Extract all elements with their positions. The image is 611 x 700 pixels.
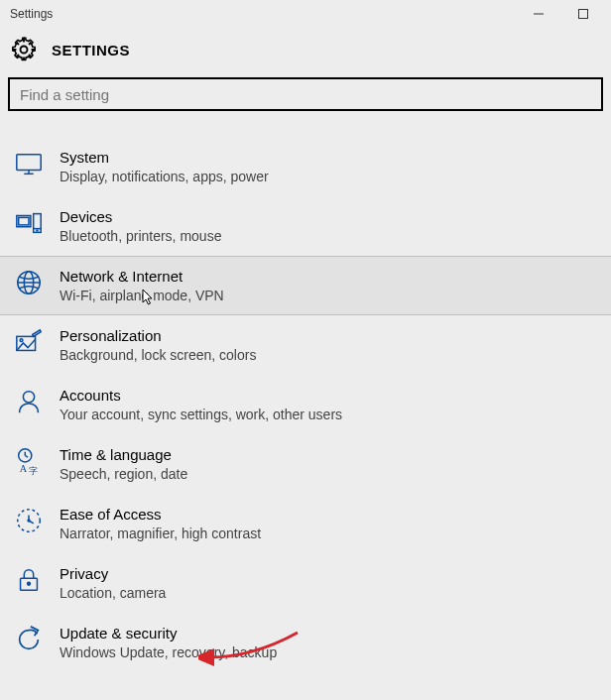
personalization-icon — [14, 326, 60, 357]
search-box[interactable] — [8, 77, 603, 111]
svg-point-16 — [23, 392, 34, 403]
update-security-icon — [14, 624, 60, 654]
settings-item-privacy[interactable]: Privacy Location, camera — [0, 553, 611, 613]
window-title: Settings — [6, 7, 516, 21]
item-title: Personalization — [60, 326, 611, 346]
system-icon — [14, 148, 60, 178]
settings-item-personalization[interactable]: Personalization Background, lock screen,… — [0, 315, 611, 375]
privacy-icon — [14, 564, 60, 595]
svg-text:A: A — [20, 463, 28, 474]
svg-rect-7 — [19, 217, 29, 225]
time-language-icon: A 字 — [14, 445, 60, 476]
item-title: System — [60, 148, 611, 168]
svg-rect-3 — [17, 155, 41, 171]
settings-list: System Display, notifications, apps, pow… — [0, 137, 611, 672]
settings-item-update-security[interactable]: Update & security Windows Update, recove… — [0, 613, 611, 672]
item-title: Privacy — [60, 564, 611, 584]
ease-of-access-icon — [14, 505, 60, 535]
settings-item-system[interactable]: System Display, notifications, apps, pow… — [0, 137, 611, 196]
item-subtitle: Background, lock screen, colors — [60, 346, 611, 364]
settings-gear-icon — [10, 36, 38, 63]
search-input[interactable] — [20, 86, 591, 103]
svg-point-2 — [21, 47, 28, 54]
item-subtitle: Wi-Fi, airplane mode, VPN — [60, 287, 611, 304]
item-title: Devices — [60, 207, 611, 227]
item-title: Update & security — [60, 624, 611, 643]
settings-item-ease-of-access[interactable]: Ease of Access Narrator, magnifier, high… — [0, 494, 611, 553]
item-subtitle: Your account, sync settings, work, other… — [60, 406, 611, 423]
item-title: Time & language — [60, 445, 611, 465]
svg-point-27 — [28, 582, 31, 585]
item-subtitle: Narrator, magnifier, high contrast — [60, 525, 611, 542]
devices-icon — [14, 207, 60, 238]
item-subtitle: Display, notifications, apps, power — [60, 168, 611, 185]
svg-point-15 — [20, 339, 23, 342]
page-heading: SETTINGS — [52, 42, 130, 58]
network-icon — [14, 267, 60, 297]
settings-item-devices[interactable]: Devices Bluetooth, printers, mouse — [0, 196, 611, 256]
accounts-icon — [14, 386, 60, 416]
item-subtitle: Speech, region, date — [60, 465, 611, 483]
titlebar: Settings — [0, 0, 611, 28]
maximize-button[interactable] — [560, 2, 605, 26]
svg-point-25 — [28, 520, 30, 522]
settings-item-accounts[interactable]: Accounts Your account, sync settings, wo… — [0, 375, 611, 434]
item-subtitle: Location, camera — [60, 584, 611, 602]
settings-item-network[interactable]: Network & Internet Wi-Fi, airplane mode,… — [0, 256, 611, 315]
page-header: SETTINGS — [0, 28, 611, 77]
svg-point-10 — [37, 230, 38, 231]
settings-item-time-language[interactable]: A 字 Time & language Speech, region, date — [0, 434, 611, 494]
item-subtitle: Bluetooth, printers, mouse — [60, 227, 611, 245]
svg-rect-1 — [578, 10, 587, 19]
minimize-button[interactable] — [516, 2, 560, 26]
svg-line-19 — [25, 455, 28, 457]
item-title: Ease of Access — [60, 505, 611, 525]
item-title: Accounts — [60, 386, 611, 406]
item-subtitle: Windows Update, recovery, backup — [60, 643, 611, 661]
item-title: Network & Internet — [60, 267, 611, 287]
svg-text:字: 字 — [29, 466, 38, 476]
